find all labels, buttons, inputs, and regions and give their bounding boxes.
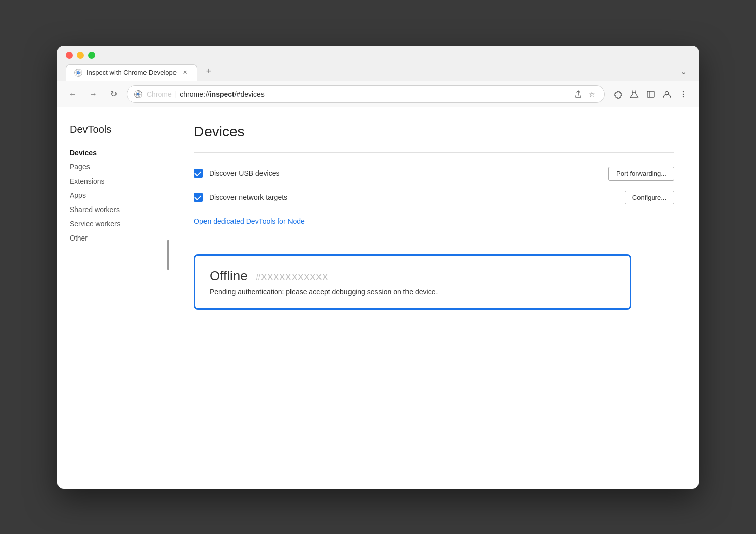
svg-point-14 — [683, 91, 684, 92]
device-card: Offline #XXXXXXXXXXX Pending authenticat… — [194, 254, 631, 310]
chrome-tab-icon — [74, 69, 82, 77]
tab-overflow-button[interactable]: ⌄ — [676, 65, 690, 79]
active-tab[interactable]: Inspect with Chrome Develope ✕ — [66, 64, 197, 81]
sidebar-item-extensions[interactable]: Extensions — [57, 174, 169, 188]
device-status: Offline — [210, 268, 248, 284]
sidebar-item-other[interactable]: Other — [57, 231, 169, 245]
usb-option-left: Discover USB devices — [194, 169, 608, 178]
tab-bar: Inspect with Chrome Develope ✕ + ⌄ — [66, 64, 690, 81]
sidebar-wrapper: DevTools Devices Pages Extensions Apps S… — [57, 107, 169, 489]
bookmark-icon[interactable]: ☆ — [586, 88, 597, 100]
minimize-button[interactable] — [77, 52, 84, 59]
reload-button[interactable]: ↻ — [106, 87, 121, 101]
section-divider-2 — [194, 238, 674, 238]
sidebar-toggle-icon[interactable] — [644, 87, 658, 101]
svg-point-15 — [683, 93, 684, 94]
network-option-row: Discover network targets Configure... — [194, 191, 674, 204]
navigation-bar: ← → ↻ Chrome | chrome://inspect/#devices — [57, 81, 699, 107]
toolbar-icons — [611, 87, 690, 101]
page-content: DevTools Devices Pages Extensions Apps S… — [57, 107, 699, 489]
tab-title: Inspect with Chrome Develope — [86, 69, 177, 76]
svg-point-16 — [683, 96, 684, 97]
lab-icon[interactable] — [627, 87, 642, 101]
sidebar-item-service-workers[interactable]: Service workers — [57, 217, 169, 231]
address-actions: ☆ — [573, 88, 597, 100]
chrome-logo-icon — [134, 90, 142, 98]
network-option-label: Discover network targets — [209, 193, 287, 201]
device-message: Pending authentication: please accept de… — [210, 288, 616, 296]
back-button[interactable]: ← — [66, 87, 80, 101]
section-divider — [194, 152, 674, 153]
extensions-icon[interactable] — [611, 87, 625, 101]
device-id: #XXXXXXXXXXX — [256, 272, 328, 283]
port-forwarding-button[interactable]: Port forwarding... — [608, 167, 674, 181]
sidebar-item-apps[interactable]: Apps — [57, 188, 169, 202]
tab-close-button[interactable]: ✕ — [181, 69, 189, 77]
maximize-button[interactable] — [88, 52, 95, 59]
options-section: Discover USB devices Port forwarding... … — [194, 167, 674, 204]
sidebar-title: DevTools — [57, 124, 169, 135]
browser-window: Inspect with Chrome Develope ✕ + ⌄ ← → ↻… — [57, 46, 699, 489]
menu-icon[interactable] — [676, 87, 690, 101]
share-icon[interactable] — [573, 88, 584, 100]
configure-button[interactable]: Configure... — [625, 191, 674, 204]
svg-rect-11 — [647, 91, 654, 97]
main-panel: Devices Discover USB devices Port forwar… — [169, 107, 699, 489]
address-text: chrome://inspect/#devices — [180, 90, 569, 98]
forward-button[interactable]: → — [86, 87, 100, 101]
sidebar-item-shared-workers[interactable]: Shared workers — [57, 202, 169, 217]
close-button[interactable] — [66, 52, 73, 59]
sidebar-item-pages[interactable]: Pages — [57, 160, 169, 174]
scroll-indicator — [167, 240, 169, 270]
sidebar-item-devices[interactable]: Devices — [57, 145, 169, 160]
node-devtools-link[interactable]: Open dedicated DevTools for Node — [194, 217, 305, 225]
traffic-lights — [66, 52, 690, 59]
address-bar[interactable]: Chrome | chrome://inspect/#devices ☆ — [127, 85, 605, 103]
device-header: Offline #XXXXXXXXXXX — [210, 268, 616, 284]
title-bar: Inspect with Chrome Develope ✕ + ⌄ — [57, 46, 699, 81]
sidebar: DevTools Devices Pages Extensions Apps S… — [57, 107, 169, 255]
usb-option-row: Discover USB devices Port forwarding... — [194, 167, 674, 181]
profile-icon[interactable] — [660, 87, 674, 101]
usb-checkbox[interactable] — [194, 169, 203, 178]
page-title: Devices — [194, 124, 674, 140]
network-checkbox[interactable] — [194, 193, 203, 202]
new-tab-button[interactable]: + — [201, 65, 216, 79]
network-option-left: Discover network targets — [194, 193, 625, 202]
address-divider: Chrome | — [147, 90, 176, 98]
sidebar-nav: Devices Pages Extensions Apps Shared wor… — [57, 145, 169, 245]
usb-option-label: Discover USB devices — [209, 169, 280, 177]
